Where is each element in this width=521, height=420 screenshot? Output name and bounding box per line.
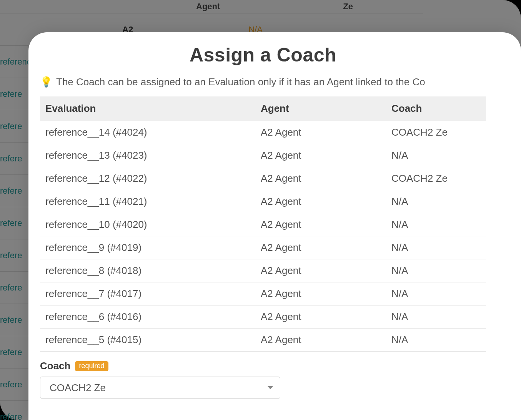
- cell-coach: N/A: [386, 213, 486, 236]
- coach-field-label: Coach: [40, 360, 70, 372]
- cell-evaluation: reference__6 (#4016): [40, 305, 255, 329]
- cell-coach: N/A: [386, 282, 486, 305]
- cell-evaluation: reference__10 (#4020): [40, 213, 255, 236]
- cell-coach: COACH2 Ze: [386, 121, 486, 144]
- assign-coach-modal: Assign a Coach 💡 The Coach can be assign…: [28, 32, 521, 420]
- bg-ref-label: refere: [0, 347, 22, 357]
- table-header-row: Evaluation Agent Coach: [40, 96, 486, 121]
- cell-agent: A2 Agent: [255, 259, 386, 282]
- table-row[interactable]: reference__12 (#4022)A2 AgentCOACH2 Ze: [40, 167, 486, 190]
- cell-evaluation: reference__11 (#4021): [40, 190, 255, 213]
- coach-select-value: COACH2 Ze: [50, 382, 106, 394]
- modal-title: Assign a Coach: [40, 44, 486, 66]
- col-evaluation: Evaluation: [40, 96, 255, 121]
- cell-agent: A2 Agent: [255, 329, 386, 352]
- bg-ref-label: refere: [0, 154, 22, 164]
- cell-coach: COACH2 Ze: [386, 167, 486, 190]
- cell-agent: A2 Agent: [255, 144, 386, 167]
- table-row[interactable]: reference__13 (#4023)A2 AgentN/A: [40, 144, 486, 167]
- cell-agent: A2 Agent: [255, 121, 386, 144]
- bg-ref-label: refere: [0, 412, 22, 420]
- cell-coach: N/A: [386, 190, 486, 213]
- chevron-down-icon: [268, 386, 273, 389]
- cell-evaluation: reference__13 (#4023): [40, 144, 255, 167]
- bg-ref-label: refere: [0, 380, 22, 390]
- table-row[interactable]: reference__8 (#4018)A2 AgentN/A: [40, 259, 486, 282]
- table-row[interactable]: reference__6 (#4016)A2 AgentN/A: [40, 305, 486, 329]
- required-badge: required: [75, 361, 108, 371]
- bg-header-row: Agent Ze: [0, 0, 423, 13]
- table-row[interactable]: reference__10 (#4020)A2 AgentN/A: [40, 213, 486, 236]
- col-coach: Coach: [386, 96, 486, 121]
- bg-ref-label: refere: [0, 186, 22, 196]
- lightbulb-icon: 💡: [40, 76, 52, 88]
- table-row[interactable]: reference__11 (#4021)A2 AgentN/A: [40, 190, 486, 213]
- cell-evaluation: reference__12 (#4022): [40, 167, 255, 190]
- bg-header-ze: Ze: [343, 2, 353, 12]
- cell-coach: N/A: [386, 329, 486, 352]
- evaluations-table: Evaluation Agent Coach reference__14 (#4…: [40, 96, 486, 352]
- coach-form: Coach required COACH2 Ze: [40, 360, 486, 399]
- cell-evaluation: reference__7 (#4017): [40, 282, 255, 305]
- table-row[interactable]: reference__9 (#4019)A2 AgentN/A: [40, 236, 486, 259]
- cell-agent: A2 Agent: [255, 305, 386, 329]
- cell-evaluation: reference__9 (#4019): [40, 236, 255, 259]
- cell-agent: A2 Agent: [255, 190, 386, 213]
- bg-ref-label: refere: [0, 218, 22, 228]
- bg-header-agent: Agent: [196, 2, 220, 12]
- bg-ref-label: refere: [0, 283, 22, 293]
- cell-agent: A2 Agent: [255, 167, 386, 190]
- bg-ref-label: refere: [0, 121, 22, 131]
- cell-coach: N/A: [386, 236, 486, 259]
- cell-evaluation: reference__8 (#4018): [40, 259, 255, 282]
- cell-evaluation: reference__14 (#4024): [40, 121, 255, 144]
- coach-select[interactable]: COACH2 Ze: [40, 377, 280, 399]
- table-row[interactable]: reference__7 (#4017)A2 AgentN/A: [40, 282, 486, 305]
- cell-coach: N/A: [386, 144, 486, 167]
- table-row[interactable]: reference__14 (#4024)A2 AgentCOACH2 Ze: [40, 121, 486, 144]
- table-row[interactable]: reference__5 (#4015)A2 AgentN/A: [40, 329, 486, 352]
- col-agent: Agent: [255, 96, 386, 121]
- bg-ref-label: refere: [0, 315, 22, 325]
- cell-agent: A2 Agent: [255, 213, 386, 236]
- cell-agent: A2 Agent: [255, 282, 386, 305]
- bg-ref-label: refere: [0, 89, 22, 99]
- modal-hint: 💡 The Coach can be assigned to an Evalua…: [40, 76, 486, 88]
- modal-hint-text: The Coach can be assigned to an Evaluati…: [56, 76, 425, 88]
- cell-coach: N/A: [386, 305, 486, 329]
- bg-ref-label: refere: [0, 251, 22, 261]
- cell-evaluation: reference__5 (#4015): [40, 329, 255, 352]
- cell-agent: A2 Agent: [255, 236, 386, 259]
- cell-coach: N/A: [386, 259, 486, 282]
